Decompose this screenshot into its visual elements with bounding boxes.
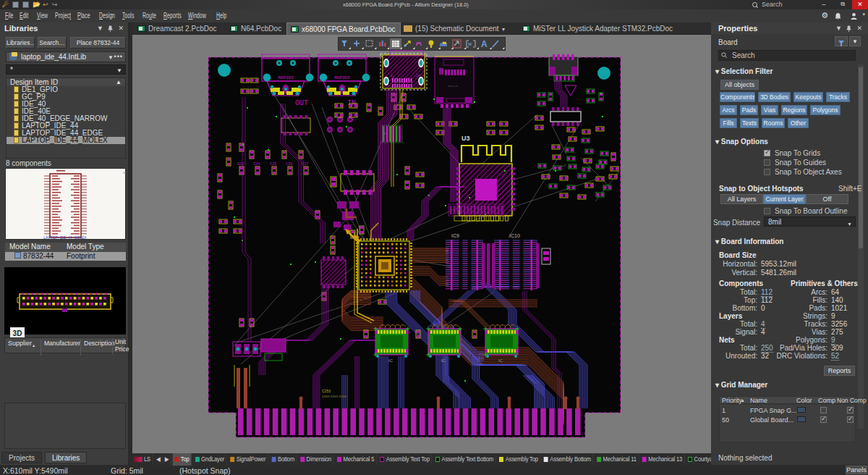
- svg-text:IC: IC: [441, 358, 446, 363]
- svg-text:xxx x xx: xxx x xx: [448, 84, 458, 88]
- svg-text:C37: C37: [302, 161, 308, 166]
- svg-text:C253: C253: [322, 389, 331, 393]
- svg-text:C35: C35: [270, 161, 276, 166]
- svg-text:IC9: IC9: [451, 233, 459, 238]
- svg-text:14: 14: [416, 73, 420, 77]
- svg-text:XXXX XXXX XXXX: XXXX XXXX XXXX: [322, 395, 347, 398]
- svg-text:C36: C36: [286, 161, 292, 166]
- svg-text:IC10: IC10: [509, 233, 520, 238]
- svg-text:MAP3S5: MAP3S5: [334, 75, 350, 80]
- svg-text:C34: C34: [253, 161, 260, 166]
- svg-text:C33: C33: [237, 161, 244, 166]
- svg-text:U3: U3: [461, 135, 470, 142]
- svg-text:1: 1: [391, 73, 393, 77]
- svg-text:MAP3S5: MAP3S5: [278, 75, 294, 80]
- svg-text:IC: IC: [498, 358, 503, 363]
- svg-text:IC: IC: [388, 358, 393, 363]
- svg-text:OUT: OUT: [295, 99, 308, 107]
- svg-text:LAPTOP_IDE_44_MOLEX: LAPTOP_IDE_44_MOLEX: [43, 235, 87, 240]
